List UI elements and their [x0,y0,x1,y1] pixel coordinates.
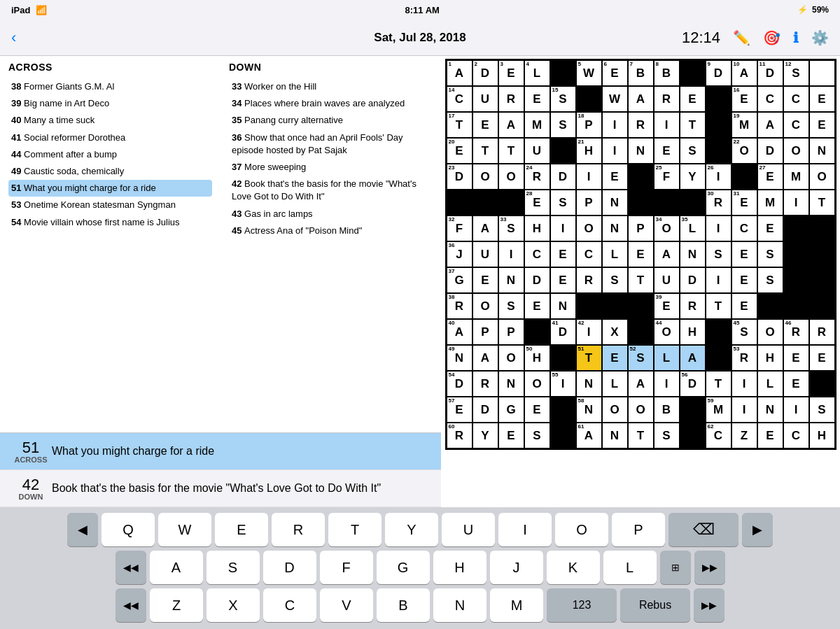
cell-5-0[interactable] [447,190,472,215]
cell-9-4[interactable]: N [550,293,576,319]
cell-3-6[interactable]: I [602,138,628,164]
info-icon[interactable]: ℹ [793,29,799,46]
cell-13-4[interactable] [550,397,576,423]
clue-down-45[interactable]: 45 Actress Ana of "Poison Mind" [229,222,433,239]
cell-8-13[interactable] [783,267,809,293]
cell-9-5[interactable] [576,293,602,319]
num-key[interactable]: 123 [547,588,617,622]
clue-down-36[interactable]: 36 Show that once had an April Fools' Da… [229,129,433,159]
cell-10-1[interactable]: P [472,319,498,345]
key-U[interactable]: U [442,513,495,546]
cell-7-1[interactable]: U [472,241,498,267]
cell-14-4[interactable] [550,423,576,448]
key-J[interactable]: J [490,551,543,584]
key-S[interactable]: S [206,551,260,584]
cell-4-11[interactable] [732,164,757,190]
cell-1-12[interactable]: C [757,86,783,112]
cell-0-1[interactable]: 2D [472,60,498,86]
cell-9-2[interactable]: S [498,293,524,319]
clue-across-51[interactable]: 51 What you might charge for a ride [8,180,212,197]
cell-4-8[interactable]: 25F [654,164,680,190]
cell-14-12[interactable]: E [757,423,783,448]
cell-9-14[interactable] [809,293,835,319]
cell-10-12[interactable]: O [757,319,783,345]
cell-0-14[interactable] [809,60,835,86]
cell-1-7[interactable]: A [628,86,654,112]
cell-12-8[interactable]: I [654,371,680,397]
cell-11-3[interactable]: 50H [524,345,550,371]
cell-14-10[interactable]: 62C [706,423,732,448]
cell-8-8[interactable]: U [654,267,680,293]
cell-12-13[interactable]: E [783,371,809,397]
clue-detail-selected[interactable]: 51 ACROSS What you might charge for a ri… [0,433,441,470]
cell-14-6[interactable]: N [602,423,628,448]
clue-across-44[interactable]: 44 Comment after a bump [8,146,212,163]
cell-10-5[interactable]: 42I [576,319,602,345]
cell-5-13[interactable]: I [783,190,809,215]
cell-7-2[interactable]: I [498,241,524,267]
cell-2-14[interactable]: E [809,112,835,138]
cell-1-1[interactable]: U [472,86,498,112]
cell-13-0[interactable]: 57E [447,397,472,423]
cell-7-6[interactable]: L [602,241,628,267]
cell-7-7[interactable]: E [628,241,654,267]
cell-12-1[interactable]: R [472,371,498,397]
cell-9-12[interactable] [757,293,783,319]
cell-2-7[interactable]: R [628,112,654,138]
key-E[interactable]: E [215,513,268,546]
cell-7-4[interactable]: E [550,241,576,267]
cell-8-11[interactable]: E [732,267,757,293]
cell-12-14[interactable] [809,371,835,397]
cell-5-5[interactable]: P [576,190,602,215]
cell-4-0[interactable]: 23D [447,164,472,190]
cell-11-14[interactable]: E [809,345,835,371]
key-T[interactable]: T [328,513,382,546]
key-R[interactable]: R [272,513,325,546]
cell-9-11[interactable]: E [732,293,757,319]
key-F[interactable]: F [320,551,373,584]
cell-0-4[interactable] [550,60,576,86]
settings-icon[interactable]: ⚙️ [811,29,829,46]
cell-2-0[interactable]: 17T [447,112,472,138]
left-arrow-key[interactable]: ◀ [67,513,98,546]
cell-14-8[interactable]: S [654,423,680,448]
cell-2-4[interactable]: S [550,112,576,138]
cell-11-4[interactable] [550,345,576,371]
cell-6-9[interactable]: 35L [680,215,706,241]
cell-11-5[interactable]: 51T [576,345,602,371]
cell-12-3[interactable]: O [524,371,550,397]
cell-4-1[interactable]: O [472,164,498,190]
key-L[interactable]: L [603,551,657,584]
cell-3-7[interactable]: N [628,138,654,164]
cell-8-4[interactable]: E [550,267,576,293]
cell-3-10[interactable] [706,138,732,164]
cell-7-9[interactable]: N [680,241,706,267]
key-B[interactable]: B [377,588,430,622]
grid-toggle-key[interactable]: ⊞ [660,551,691,584]
cell-13-13[interactable]: I [783,397,809,423]
cell-2-1[interactable]: E [472,112,498,138]
cell-9-8[interactable]: 39E [654,293,680,319]
cell-4-9[interactable]: Y [680,164,706,190]
cell-10-10[interactable] [706,319,732,345]
back-button[interactable]: ‹ [11,29,16,46]
cell-3-5[interactable]: 21H [576,138,602,164]
cell-8-14[interactable] [809,267,835,293]
cell-1-4[interactable]: 15S [550,86,576,112]
cell-13-1[interactable]: D [472,397,498,423]
cell-8-10[interactable]: I [706,267,732,293]
cell-3-12[interactable]: D [757,138,783,164]
right-double-arrow2-key[interactable]: ▶▶ [694,588,724,622]
cell-12-11[interactable]: I [732,371,757,397]
cell-2-12[interactable]: A [757,112,783,138]
cell-11-8[interactable]: L [654,345,680,371]
cell-9-1[interactable]: O [472,293,498,319]
cell-7-3[interactable]: C [524,241,550,267]
cell-2-8[interactable]: I [654,112,680,138]
cell-4-3[interactable]: 24R [524,164,550,190]
cell-7-11[interactable]: E [732,241,757,267]
cell-14-3[interactable]: S [524,423,550,448]
cell-0-13[interactable]: 12S [783,60,809,86]
cell-9-6[interactable] [602,293,628,319]
key-V[interactable]: V [320,588,373,622]
